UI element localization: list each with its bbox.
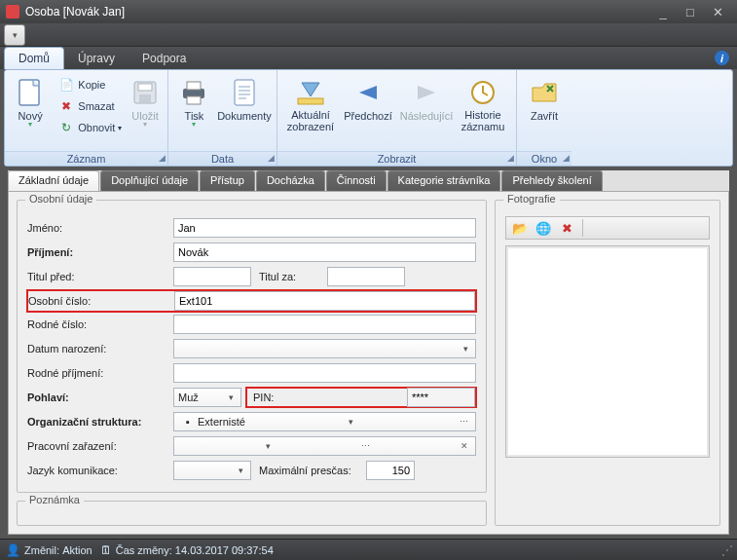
folder-close-icon (529, 77, 560, 108)
delete-photo-button[interactable]: ✖ (557, 218, 576, 238)
svg-rect-3 (139, 94, 151, 102)
history-label: Historie záznamu (461, 110, 505, 132)
maiden-input[interactable] (173, 363, 476, 383)
org-label: Organizační struktura: (27, 416, 173, 428)
chevron-down-icon: ▾ (236, 466, 246, 475)
photo-groupbox: Fotografie 📂 🌐 ✖ (495, 200, 720, 526)
resize-grip-icon[interactable]: ⋰ (721, 543, 731, 557)
tab-training[interactable]: Přehledy školení (501, 170, 602, 191)
maiden-label: Rodné příjmení: (27, 367, 173, 379)
info-icon[interactable]: i (715, 51, 729, 65)
ribbon: Nový ▾ 📄Kopie ✖Smazat ↻Obnovit▾ Uložit ▾… (4, 69, 733, 167)
more-icon[interactable]: ⋯ (358, 441, 373, 451)
personal-title: Osobní údaje (25, 193, 96, 205)
copy-icon: 📄 (58, 77, 74, 93)
title-before-input[interactable] (173, 267, 251, 286)
personal-no-label: Osobní číslo: (28, 295, 174, 307)
photo-toolbar: 📂 🌐 ✖ (505, 216, 710, 240)
save-button[interactable]: Uložit ▾ (127, 72, 164, 130)
maximize-button[interactable]: □ (677, 3, 704, 20)
more-icon[interactable]: ⋯ (457, 417, 471, 427)
menubar: Domů Úpravy Podpora i (0, 47, 737, 69)
tab-diner[interactable]: Kategorie strávníka (387, 170, 501, 191)
svg-rect-2 (138, 84, 152, 91)
document-icon (229, 77, 260, 108)
open-folder-button[interactable]: 📂 (510, 218, 530, 238)
title-after-label: Titul za: (259, 271, 327, 282)
chevron-down-icon: ▾ (346, 417, 356, 427)
documents-button[interactable]: Dokumenty (216, 72, 273, 123)
lastname-input[interactable] (173, 243, 476, 262)
close-window-button[interactable]: ✕ (704, 3, 731, 20)
folder-icon: 📂 (512, 221, 528, 236)
printer-icon (178, 77, 209, 108)
current-view-label: Aktuální zobrazení (287, 110, 334, 132)
file-icon (15, 77, 46, 108)
gender-select[interactable]: Muž ▾ (173, 388, 241, 407)
personal-groupbox: Osobní údaje Jméno: Příjmení: Titul před… (17, 200, 487, 493)
webcam-button[interactable]: 🌐 (534, 218, 553, 238)
menu-edit[interactable]: Úpravy (64, 48, 129, 69)
svg-rect-6 (187, 96, 201, 104)
job-select[interactable]: ▾ ⋯ ✕ (173, 436, 476, 456)
pin-input[interactable] (407, 388, 475, 407)
birth-date-picker[interactable]: ▾ (173, 339, 476, 358)
group-window-label: Okno (532, 153, 557, 165)
gender-label: Pohlaví: (27, 392, 173, 403)
delete-button[interactable]: ✖Smazat (54, 95, 127, 117)
refresh-button[interactable]: ↻Obnovit▾ (54, 117, 127, 138)
ruler-pencil-icon (295, 77, 326, 108)
personal-no-input[interactable] (174, 291, 475, 311)
group-record-label: Záznam (67, 153, 106, 165)
minimize-button[interactable]: _ (649, 3, 677, 20)
overtime-label: Maximální presčas: (259, 465, 366, 476)
separator (582, 219, 583, 237)
title-before-label: Titul před: (27, 271, 173, 282)
org-select[interactable]: ▪ Externisté ▾ ⋯ (173, 412, 476, 431)
history-button[interactable]: Historie záznamu (457, 72, 509, 133)
print-button[interactable]: Tisk ▾ (172, 72, 216, 130)
org-bullet-icon: ▪ (180, 414, 196, 429)
copy-button[interactable]: 📄Kopie (54, 74, 127, 95)
lang-select[interactable]: ▾ (173, 461, 251, 480)
close-button[interactable]: Zavřít (521, 72, 568, 123)
copy-label: Kopie (78, 79, 105, 91)
quick-dropdown[interactable]: ▾ (4, 24, 25, 46)
documents-label: Dokumenty (217, 110, 272, 122)
tab-attendance[interactable]: Docházka (256, 170, 325, 191)
changed-at-value: 14.03.2017 09:37:54 (175, 544, 274, 556)
chevron-down-icon: ▾ (226, 392, 237, 402)
titlebar: Osoba [Novák Jan] _ □ ✕ (0, 0, 737, 23)
tab-access[interactable]: Přístup (200, 170, 255, 191)
save-icon (129, 77, 161, 108)
overtime-input[interactable] (366, 461, 415, 480)
app-icon (6, 5, 19, 19)
prev-button[interactable]: Předchozí (340, 72, 396, 123)
menu-home[interactable]: Domů (4, 47, 64, 69)
statusbar: 👤 Změnil: Aktion 🗓 Čas změny: 14.03.2017… (0, 539, 737, 560)
current-view-button[interactable]: Aktuální zobrazení (281, 72, 340, 133)
clock-icon (467, 77, 498, 108)
tab-basic[interactable]: Základní údaje (8, 170, 99, 191)
menu-support[interactable]: Podpora (129, 48, 200, 69)
arrow-left-icon (352, 77, 384, 108)
refresh-icon: ↻ (58, 120, 74, 135)
changed-by-label: Změnil: (24, 544, 59, 556)
title-after-input[interactable] (327, 267, 405, 286)
svg-rect-7 (235, 80, 254, 105)
new-button[interactable]: Nový ▾ (9, 72, 52, 130)
next-button: Následující (396, 72, 457, 123)
group-view-label: Zobrazit (378, 153, 417, 165)
firstname-input[interactable] (173, 218, 476, 238)
tabstrip: Základní údaje Doplňující údaje Přístup … (8, 170, 729, 192)
tab-activities[interactable]: Činnosti (326, 170, 387, 191)
job-label: Pracovní zařazení: (27, 440, 173, 452)
gender-value: Muž (178, 392, 199, 403)
clear-icon[interactable]: ✕ (458, 441, 471, 451)
birth-no-input[interactable] (173, 315, 476, 334)
svg-rect-5 (187, 82, 201, 90)
firstname-label: Jméno: (27, 222, 173, 234)
lastname-label: Příjmení: (27, 246, 173, 258)
birth-date-label: Datum narození: (27, 343, 173, 355)
tab-extra[interactable]: Doplňující údaje (100, 170, 199, 191)
